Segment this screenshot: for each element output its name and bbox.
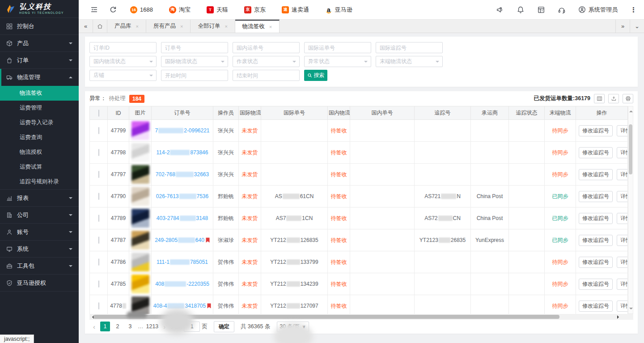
export-button[interactable]	[608, 94, 619, 103]
product-thumbnail[interactable]	[131, 231, 149, 250]
topbar-link-1688[interactable]: 16 1688	[130, 6, 153, 13]
sidebar-item-order[interactable]: 订单	[0, 52, 79, 69]
order-number-link[interactable]: 026-76137536	[156, 193, 208, 199]
more-options-icon[interactable]: ⋮	[630, 6, 637, 14]
edit-tracking-button[interactable]: 修改追踪号	[579, 301, 613, 312]
tab-all-products[interactable]: 所有产品 ×	[146, 20, 191, 33]
sidebar-item-logistics[interactable]: 物流管理	[0, 69, 79, 86]
order-number-link[interactable]: 408-43418705	[153, 303, 206, 309]
order-number-link[interactable]: 111-1785051	[157, 259, 208, 265]
product-thumbnail[interactable]	[131, 296, 149, 314]
filter-input-国内运单号[interactable]	[233, 42, 300, 53]
refresh-icon[interactable]	[110, 6, 117, 13]
customer-service-icon[interactable]	[558, 6, 566, 14]
sidebar-subitem-freight-query[interactable]: 运费查询	[0, 130, 79, 145]
row-checkbox[interactable]	[98, 237, 99, 244]
filter-select-异常状态[interactable]: 异常状态	[304, 56, 371, 67]
filter-input-订单ID[interactable]	[89, 42, 157, 53]
page-number-1213[interactable]: 1213	[146, 322, 159, 331]
sidebar-item-toolkit[interactable]: 工具包	[0, 258, 79, 275]
order-number-link[interactable]: 702-76832663	[156, 171, 209, 178]
goto-page-input[interactable]	[184, 322, 200, 332]
column-settings-button[interactable]	[594, 94, 605, 103]
detail-button[interactable]: 详情	[617, 301, 627, 312]
user-menu[interactable]: 系统管理员	[578, 6, 618, 14]
scroll-up-icon[interactable]	[629, 109, 633, 112]
sidebar-subitem-logistics-auth[interactable]: 物流授权	[0, 145, 79, 160]
detail-button[interactable]: 详情	[617, 279, 627, 290]
filter-select-店铺[interactable]: 店铺	[89, 70, 157, 81]
edit-tracking-button[interactable]: 修改追踪号	[579, 235, 613, 246]
sidebar-item-console[interactable]: 控制台	[0, 18, 79, 35]
page-number-1[interactable]: 1	[100, 322, 110, 331]
close-icon[interactable]: ×	[269, 24, 272, 30]
announcement-icon[interactable]	[496, 6, 504, 14]
page-size-select[interactable]: 30 条/页 ∨	[277, 322, 309, 332]
product-thumbnail[interactable]	[131, 209, 149, 228]
detail-button[interactable]: 详情	[617, 125, 627, 136]
close-icon[interactable]: ×	[225, 24, 227, 29]
product-thumbnail[interactable]	[131, 253, 149, 271]
detail-button[interactable]: 详情	[617, 257, 627, 268]
close-icon[interactable]: ×	[180, 24, 183, 29]
topbar-link-tmall[interactable]: T 天猫	[207, 6, 228, 14]
product-thumbnail[interactable]	[131, 143, 149, 162]
sidebar-item-company[interactable]: 公司	[0, 207, 79, 224]
detail-button[interactable]: 详情	[617, 169, 627, 180]
edit-tracking-button[interactable]: 修改追踪号	[579, 125, 613, 136]
row-checkbox[interactable]	[98, 215, 99, 222]
page-number-2[interactable]: 2	[113, 322, 123, 331]
tab-logistics-signoff[interactable]: 物流签收 ×	[235, 20, 280, 33]
page-number-3[interactable]: 3	[125, 322, 135, 331]
print-button[interactable]	[623, 94, 633, 103]
row-checkbox[interactable]	[98, 258, 99, 266]
order-number-link[interactable]: 249-2805640	[155, 237, 204, 243]
horizontal-scrollbar[interactable]	[89, 314, 633, 320]
sidebar-item-account[interactable]: 账号	[0, 224, 79, 241]
tabs-scroll-right-icon[interactable]: »	[615, 20, 630, 33]
next-page-icon[interactable]: ›	[163, 323, 165, 330]
search-button[interactable]: 搜索	[304, 70, 327, 81]
filter-input-国际运单号[interactable]	[304, 42, 371, 53]
filter-select-末端物流状态[interactable]: 末端物流状态	[376, 56, 443, 67]
detail-button[interactable]: 详情	[617, 191, 627, 202]
sidebar-subitem-freight-import[interactable]: 运费导入记录	[0, 115, 79, 130]
product-thumbnail[interactable]	[131, 275, 149, 293]
product-thumbnail[interactable]	[131, 121, 149, 140]
pending-count-badge[interactable]: 184	[129, 95, 144, 103]
horizontal-scrollbar-thumb[interactable]	[93, 315, 559, 319]
sidebar-subitem-freight-trial[interactable]: 运费试算	[0, 160, 79, 174]
edit-tracking-button[interactable]: 修改追踪号	[579, 147, 613, 158]
edit-tracking-button[interactable]: 修改追踪号	[579, 213, 613, 224]
filter-select-国内物流状态[interactable]: 国内物流状态	[89, 56, 157, 67]
sidebar-item-report[interactable]: 报表	[0, 190, 79, 207]
panel-grid-icon[interactable]	[537, 6, 545, 14]
vertical-scrollbar-thumb[interactable]	[629, 124, 632, 174]
sidebar-item-product[interactable]: 产品	[0, 35, 79, 52]
edit-tracking-button[interactable]: 修改追踪号	[579, 169, 613, 180]
product-thumbnail[interactable]	[131, 165, 149, 184]
detail-button[interactable]: 详情	[617, 235, 627, 246]
scroll-right-icon[interactable]	[617, 315, 621, 319]
filter-input-订单号[interactable]	[161, 42, 228, 53]
topbar-link-taobao[interactable]: 淘 淘宝	[169, 6, 191, 14]
collapse-sidebar-icon[interactable]	[90, 6, 98, 13]
tabs-menu-icon[interactable]: ⌄	[630, 20, 644, 33]
scroll-down-icon[interactable]	[629, 308, 633, 311]
filter-input-开始时间[interactable]	[161, 70, 228, 81]
filter-input-结束时间[interactable]	[233, 70, 300, 81]
confirm-page-button[interactable]: 确定	[214, 321, 234, 332]
sidebar-subitem-freight-manage[interactable]: 运费管理	[0, 101, 79, 115]
topbar-link-amazon[interactable]: a 亚马逊	[325, 6, 352, 14]
row-checkbox[interactable]	[98, 171, 99, 178]
product-thumbnail[interactable]	[131, 187, 149, 206]
topbar-link-aliexpress[interactable]: 速 速卖通	[282, 6, 309, 14]
order-number-link[interactable]: 408-2220355	[155, 281, 209, 287]
edit-tracking-button[interactable]: 修改追踪号	[579, 257, 613, 268]
row-checkbox[interactable]	[98, 193, 99, 200]
vertical-scrollbar[interactable]	[628, 106, 633, 314]
prev-page-icon[interactable]: ‹	[93, 323, 95, 330]
row-checkbox[interactable]	[98, 149, 99, 156]
row-checkbox[interactable]	[98, 302, 99, 309]
notification-bell-icon[interactable]	[517, 6, 525, 14]
